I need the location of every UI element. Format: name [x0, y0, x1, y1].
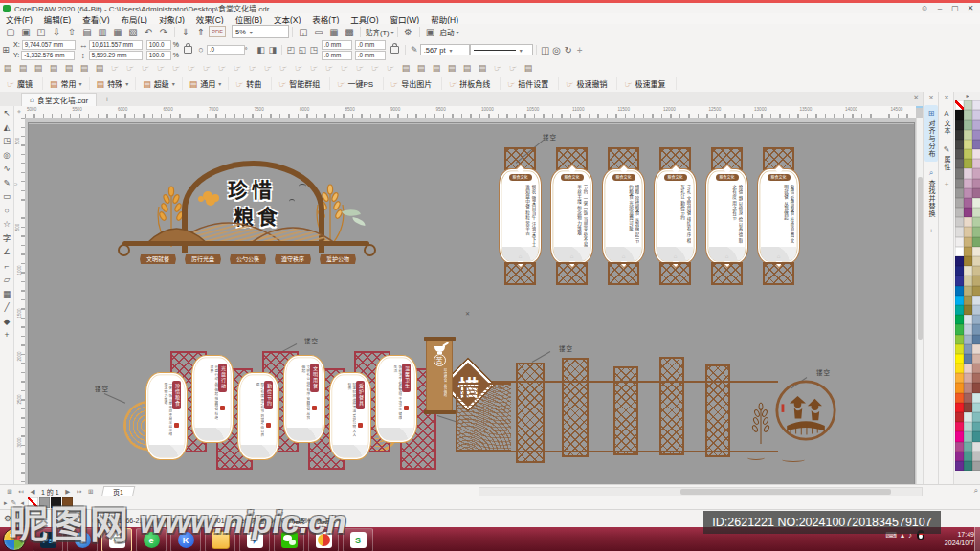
color-swatch[interactable] — [972, 431, 980, 441]
color-swatch[interactable] — [972, 296, 980, 305]
color-swatch[interactable] — [964, 110, 972, 120]
plugin-menu-item[interactable]: ☞ 智能群组 — [272, 77, 330, 90]
color-swatch[interactable] — [964, 120, 972, 129]
plugin-icon[interactable]: ☞ — [230, 63, 245, 73]
color-swatch[interactable] — [964, 422, 972, 431]
artwork-brown-scroll-wall[interactable]: 镂空 镂空 镂空 惜 — [426, 339, 847, 480]
color-swatch[interactable] — [955, 140, 964, 149]
taskbar-app-360[interactable]: e — [136, 528, 167, 551]
plugin-icon[interactable]: ▤ — [413, 63, 429, 73]
document-color-swatch[interactable] — [51, 497, 61, 508]
object-height-field[interactable]: 5,599.29 mm — [89, 51, 143, 60]
cut-icon[interactable]: ▥ — [95, 27, 110, 37]
color-swatch[interactable] — [955, 159, 964, 168]
plugin-menu-item[interactable]: ▤ 通用 ▾ — [183, 77, 230, 90]
plugin-icon[interactable]: ☞ — [337, 63, 352, 73]
color-swatch[interactable] — [955, 383, 964, 392]
corner-style-icon[interactable]: ◰ — [285, 45, 297, 55]
white-scroll-panel[interactable]: 文明用餐 文明礼让 排队有序 安静就餐 从我做起 — [283, 355, 325, 443]
plugin-icon[interactable]: ▤ — [0, 63, 15, 73]
show-grid-icon[interactable]: ▦ — [326, 27, 342, 37]
slogan-banner[interactable]: 爱护公物 — [320, 254, 356, 264]
minimize-icon[interactable]: – — [932, 4, 947, 12]
account-icon[interactable]: ☺ — [917, 4, 932, 12]
color-swatch[interactable] — [955, 315, 964, 324]
text-tool[interactable]: 字 — [3, 234, 11, 243]
add-tool-button[interactable]: + — [5, 331, 10, 340]
collapse-icon[interactable]: ◂ — [20, 499, 24, 507]
zoom-level-select[interactable]: 5% ▾ — [232, 25, 289, 38]
propbar-extra-icon[interactable]: ◫ — [540, 45, 551, 55]
slogan-banner[interactable]: 公勺公筷 — [230, 254, 266, 264]
scroll-column[interactable]: 粮食文化 俭德 静以修身 俭以养德 取之有度 用之有节 ⌂ — [705, 130, 748, 283]
close-icon[interactable]: ✕ — [963, 4, 978, 12]
color-swatch[interactable] — [972, 120, 980, 129]
taskbar-app-coreldraw[interactable]: ✎ — [101, 528, 132, 551]
color-swatch[interactable] — [964, 217, 972, 227]
color-swatch[interactable] — [964, 179, 972, 188]
next-page-icon[interactable]: ▶ — [62, 488, 74, 496]
color-swatch[interactable] — [972, 159, 980, 168]
color-swatch[interactable] — [964, 373, 972, 383]
artwork-scroll-panels[interactable]: 镂空 粮食文化 悯农 锄禾日当午 汗滴禾下土 谁知盘中餐 粒粒皆辛苦 ⌂ — [497, 130, 813, 285]
color-swatch[interactable] — [972, 305, 980, 315]
scale-x-field[interactable]: 100.0 — [146, 40, 171, 50]
last-page-icon[interactable]: ↦ — [74, 488, 85, 496]
zoom-tool-icon[interactable]: ⌕ — [974, 486, 978, 496]
restore-icon[interactable]: ▢ — [947, 4, 963, 12]
color-swatch[interactable] — [955, 227, 964, 236]
color-swatch[interactable] — [972, 237, 980, 247]
plugin-icon[interactable]: ▤ — [429, 63, 444, 73]
color-swatch[interactable] — [955, 442, 964, 452]
document-color-swatch[interactable] — [39, 497, 50, 508]
color-swatch[interactable] — [972, 256, 980, 266]
color-swatch[interactable] — [964, 247, 972, 256]
color-swatch[interactable] — [964, 159, 972, 168]
taskbar-app-wechat[interactable] — [274, 528, 304, 551]
scroll-column[interactable]: 粮食文化 悯农 锄禾日当午 汗滴禾下土 谁知盘中餐 粒粒皆辛苦 ⌂ — [499, 130, 542, 283]
taskbar-clock[interactable]: 17:49 2024/10/7 — [945, 530, 974, 547]
propbar-extra-icon[interactable]: ↻ — [563, 45, 574, 55]
drop-shadow-tool[interactable]: ▱ — [4, 276, 11, 284]
page-tab[interactable]: 页1 — [100, 486, 134, 497]
rotation-angle-field[interactable]: .0 — [207, 45, 245, 55]
plugin-icon[interactable]: ☞ — [306, 63, 322, 73]
artwork-red-lattice-wall[interactable]: 镂空 镂空 珍惜粮食 一粥一饭 当思来处不易 半丝半缕 恒念物力维艰 — [92, 336, 433, 481]
scroll-column[interactable]: 粮食文化 惜粮 珍惜粮食 从我做起 节约粮食 光荣浪费可耻 ⌂ — [602, 130, 645, 283]
plugin-icon[interactable]: ☞ — [383, 63, 398, 73]
color-swatch[interactable] — [972, 227, 980, 236]
color-swatch[interactable] — [972, 100, 980, 110]
color-swatch[interactable] — [972, 364, 980, 373]
taskbar-app-photoshop[interactable]: Ps — [33, 528, 63, 551]
menu-item[interactable]: 查看(V) — [77, 13, 115, 25]
plugin-icon[interactable]: ▤ — [92, 63, 107, 73]
color-swatch[interactable] — [955, 217, 964, 227]
expand-icon[interactable]: ▸ — [4, 499, 8, 507]
plugin-icon[interactable]: ☞ — [291, 63, 306, 73]
color-swatch[interactable] — [972, 168, 980, 178]
titlebar[interactable]: CorelDRAW 2020 (64-Bit) - C:\Users\Admin… — [0, 3, 980, 13]
color-swatch[interactable] — [972, 130, 980, 140]
corner-radius-field[interactable]: .0 mm — [322, 40, 352, 50]
scale-y-field[interactable]: 100.0 — [146, 51, 171, 60]
add-control-icon[interactable]: + — [574, 45, 586, 55]
plugin-icon[interactable]: ☞ — [138, 63, 153, 73]
color-swatch[interactable] — [964, 324, 972, 334]
plugin-menu-item[interactable]: ☞ 拼板角线 — [442, 77, 501, 90]
corner-radius-field[interactable]: .0 mm — [355, 51, 386, 60]
color-swatch[interactable] — [955, 393, 964, 403]
taskbar-app-thunder[interactable]: ➤ — [239, 528, 270, 551]
menu-item[interactable]: 文本(X) — [268, 13, 306, 25]
color-swatch[interactable] — [955, 256, 964, 266]
plugin-menu-item[interactable]: ☞ 极速撤销 — [559, 77, 617, 90]
interactive-fill-tool[interactable]: ◆ — [4, 318, 11, 326]
import-button[interactable]: ⇓ — [178, 27, 193, 37]
scroll-column[interactable]: 粮食文化 节约 一粥一饭 当思来处不易 半丝半缕 恒念物力维艰 ⌂ — [550, 130, 593, 283]
color-swatch[interactable] — [955, 208, 964, 217]
color-swatch[interactable] — [964, 140, 972, 149]
color-swatch[interactable] — [964, 130, 972, 140]
plugin-icon[interactable]: ☞ — [168, 63, 184, 73]
color-swatch[interactable] — [964, 335, 972, 344]
publish-pdf-button[interactable]: PDF — [209, 26, 226, 37]
redo-icon[interactable]: ↷ — [156, 27, 171, 37]
